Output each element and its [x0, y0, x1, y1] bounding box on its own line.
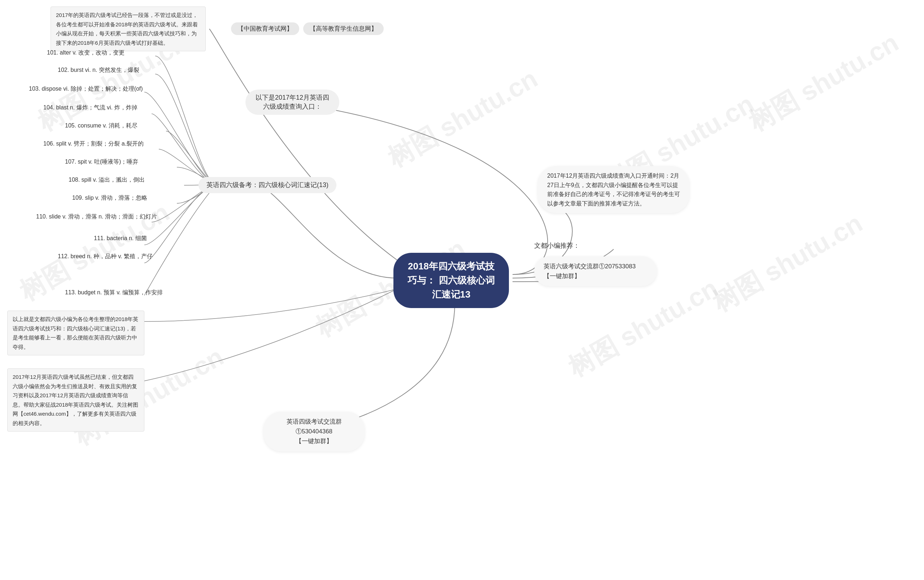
right-oval-1-text: 2017年12月英语四六级成绩查询入口开通时间：2月27日上午9点，文都四六级小…: [547, 173, 680, 207]
right-oval-1: 2017年12月英语四六级成绩查询入口开通时间：2月27日上午9点，文都四六级小…: [538, 166, 689, 213]
center-node-text: 2018年四六级考试技巧与： 四六级核心词汇速记13: [408, 261, 495, 300]
right-label-1: 文都小编推荐：: [534, 241, 580, 250]
item-108: 108. spill v. 溢出，溅出，倒出: [69, 176, 145, 184]
item-111: 111. bacteria n. 细菌: [94, 235, 147, 242]
item-105: 105. consume v. 消耗，耗尽: [65, 122, 138, 130]
item-106-text: 106. split v. 劈开；割裂；分裂 a.裂开的: [43, 140, 144, 147]
top-left-description-box: 2017年的英语四六级考试已经告一段落，不管过或是没过，各位考生都可以开始准备2…: [51, 7, 206, 51]
item-103: 103. dispose vi. 除掉；处置；解决；处理(of): [29, 85, 143, 93]
item-112-text: 112. breed n. 种，品种 v. 繁殖，产仔: [58, 253, 153, 259]
center-node: 2018年四六级考试技巧与： 四六级核心词汇速记13: [393, 253, 509, 308]
item-103-text: 103. dispose vi. 除掉；处置；解决；处理(of): [29, 86, 143, 92]
item-101-text: 101. alter v. 改变，改动，变更: [47, 49, 125, 56]
item-110-text: 110. slide v. 滑动，滑落 n. 滑动；滑面；幻灯片: [36, 213, 157, 219]
bottom-label-text: 英语四级考试交流群①530404368 【一键加群】: [286, 418, 342, 445]
top-right-label-2: 【高等教育学生信息网】: [303, 22, 384, 35]
item-106: 106. split v. 劈开；割裂；分裂 a.裂开的: [43, 140, 144, 148]
right-oval-2: 英语六级考试交流群①207533083 【一键加群】: [534, 256, 657, 286]
center-label-node: 英语四六级备考：四六级核心词汇速记(13): [199, 177, 336, 193]
item-113-text: 113. budget n. 预算 v. 编预算，作安排: [65, 289, 163, 295]
right-oval-2-text: 英语六级考试交流群①207533083 【一键加群】: [544, 263, 636, 280]
item-101: 101. alter v. 改变，改动，变更: [47, 49, 125, 57]
item-108-text: 108. spill v. 溢出，溅出，倒出: [69, 176, 145, 183]
right-label-1-text: 文都小编推荐：: [534, 242, 580, 249]
item-111-text: 111. bacteria n. 细菌: [94, 235, 147, 241]
bottom-left-box-2-text: 2017年12月英语四六级考试虽然已结束，但文都四六级小编依然会为考生们推送及时…: [13, 374, 138, 426]
top-right-label-2-text: 【高等教育学生信息网】: [310, 25, 377, 32]
item-102-text: 102. burst vi. n. 突然发生，爆裂: [58, 67, 139, 73]
bottom-left-box-2: 2017年12月英语四六级考试虽然已结束，但文都四六级小编依然会为考生们推送及时…: [7, 368, 145, 432]
bottom-left-box-1: 以上就是文都四六级小编为各位考生整理的2018年英语四六级考试技巧和：四六级核心…: [7, 311, 145, 355]
bottom-left-box-1-text: 以上就是文都四六级小编为各位考生整理的2018年英语四六级考试技巧和：四六级核心…: [13, 316, 138, 350]
item-110: 110. slide v. 滑动，滑落 n. 滑动；滑面；幻灯片: [36, 213, 157, 221]
item-109: 109. slip v. 滑动，滑落；忽略: [72, 194, 147, 202]
item-105-text: 105. consume v. 消耗，耗尽: [65, 122, 138, 129]
top-right-label-1-text: 【中国教育考试网】: [237, 25, 293, 32]
item-102: 102. burst vi. n. 突然发生，爆裂: [58, 66, 139, 74]
top-right-label-1: 【中国教育考试网】: [231, 22, 299, 35]
right-query-node: 以下是2017年12月英语四六级成绩查询入口：: [245, 89, 339, 115]
right-query-text: 以下是2017年12月英语四六级成绩查询入口：: [256, 94, 329, 110]
item-109-text: 109. slip v. 滑动，滑落；忽略: [72, 194, 147, 201]
item-107-text: 107. spit v. 吐(唾液等)；唾弃: [65, 158, 138, 165]
top-left-description-text: 2017年的英语四六级考试已经告一段落，不管过或是没过，各位考生都可以开始准备2…: [56, 12, 198, 46]
item-104: 104. blast n. 爆炸；气流 vi. 炸，炸掉: [43, 104, 138, 112]
item-104-text: 104. blast n. 爆炸；气流 vi. 炸，炸掉: [43, 104, 138, 110]
item-107: 107. spit v. 吐(唾液等)；唾弃: [65, 158, 138, 166]
item-113: 113. budget n. 预算 v. 编预算，作安排: [65, 289, 163, 297]
bottom-label-node: 英语四级考试交流群①530404368 【一键加群】: [263, 412, 365, 451]
item-112: 112. breed n. 种，品种 v. 繁殖，产仔: [58, 253, 153, 260]
center-label-text: 英语四六级备考：四六级核心词汇速记(13): [206, 181, 329, 188]
